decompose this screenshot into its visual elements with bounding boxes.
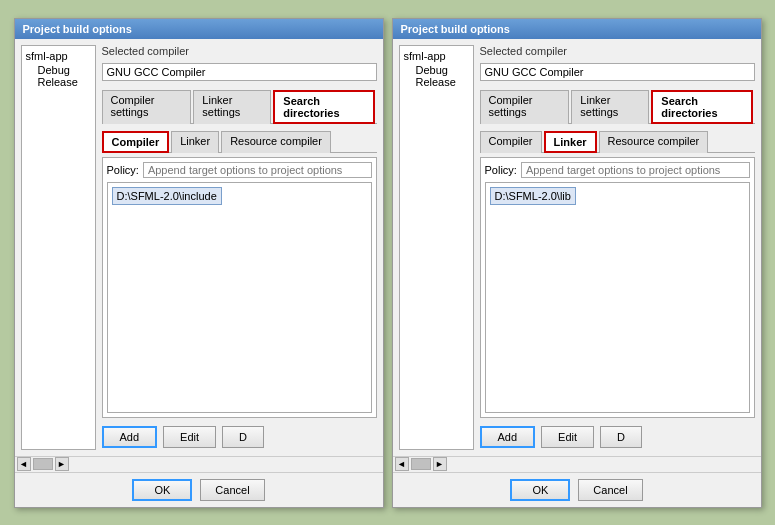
inner-tab-bar-2: Compiler Linker Resource compiler — [480, 130, 755, 153]
compiler-label-1: Selected compiler — [102, 45, 377, 57]
scroll-thumb-2[interactable] — [411, 458, 431, 470]
dialog-2: Project build options sfml-app Debug Rel… — [392, 18, 762, 508]
policy-input-2[interactable] — [521, 162, 750, 178]
ok-button-1[interactable]: OK — [132, 479, 192, 501]
content-area-2: Policy: D:\SFML-2.0\lib — [480, 157, 755, 418]
policy-label-2: Policy: — [485, 164, 517, 176]
tab-compiler-settings-1[interactable]: Compiler settings — [102, 90, 192, 124]
bottom-buttons-1: Add Edit D — [102, 422, 377, 450]
tree-root-2[interactable]: sfml-app — [404, 50, 469, 62]
bottom-buttons-2: Add Edit D — [480, 422, 755, 450]
title-1: Project build options — [23, 23, 132, 35]
tree-debug-1[interactable]: Debug — [26, 64, 91, 76]
right-panel-1: Selected compiler GNU GCC Compiler Compi… — [102, 45, 377, 450]
scroll-left-1[interactable]: ◄ — [17, 457, 31, 471]
scroll-left-2[interactable]: ◄ — [395, 457, 409, 471]
tree-release-1[interactable]: Release — [26, 76, 91, 88]
tab-compiler-inner-1[interactable]: Compiler — [102, 131, 170, 153]
compiler-value-1: GNU GCC Compiler — [102, 63, 377, 81]
dir-item-1[interactable]: D:\SFML-2.0\include — [112, 187, 222, 205]
ok-button-2[interactable]: OK — [510, 479, 570, 501]
dialog-footer-2: OK Cancel — [393, 472, 761, 507]
inner-tab-bar-1: Compiler Linker Resource compiler — [102, 130, 377, 153]
dir-list-1: D:\SFML-2.0\include — [107, 182, 372, 413]
tab-resource-compiler-inner-2[interactable]: Resource compiler — [599, 131, 709, 153]
dialog-body-1: sfml-app Debug Release Selected compiler… — [15, 39, 383, 456]
dialog-1: Project build options sfml-app Debug Rel… — [14, 18, 384, 508]
tab-resource-compiler-inner-1[interactable]: Resource compiler — [221, 131, 331, 153]
edit-button-2[interactable]: Edit — [541, 426, 594, 448]
policy-row-2: Policy: — [485, 162, 750, 178]
add-button-2[interactable]: Add — [480, 426, 536, 448]
tab-search-directories-2[interactable]: Search directories — [651, 90, 752, 124]
tab-compiler-inner-2[interactable]: Compiler — [480, 131, 542, 153]
delete-button-1[interactable]: D — [222, 426, 264, 448]
left-tree-2: sfml-app Debug Release — [399, 45, 474, 450]
scrollbar-1: ◄ ► — [15, 456, 383, 472]
tab-linker-settings-2[interactable]: Linker settings — [571, 90, 649, 124]
tab-linker-inner-2[interactable]: Linker — [544, 131, 597, 153]
cancel-button-2[interactable]: Cancel — [578, 479, 642, 501]
cancel-button-1[interactable]: Cancel — [200, 479, 264, 501]
scroll-right-1[interactable]: ► — [55, 457, 69, 471]
title-2: Project build options — [401, 23, 510, 35]
dialog-body-2: sfml-app Debug Release Selected compiler… — [393, 39, 761, 456]
edit-button-1[interactable]: Edit — [163, 426, 216, 448]
delete-button-2[interactable]: D — [600, 426, 642, 448]
policy-label-1: Policy: — [107, 164, 139, 176]
title-bar-1: Project build options — [15, 19, 383, 39]
content-area-1: Policy: D:\SFML-2.0\include — [102, 157, 377, 418]
tree-release-2[interactable]: Release — [404, 76, 469, 88]
left-tree-1: sfml-app Debug Release — [21, 45, 96, 450]
tab-linker-inner-1[interactable]: Linker — [171, 131, 219, 153]
compiler-label-2: Selected compiler — [480, 45, 755, 57]
right-panel-2: Selected compiler GNU GCC Compiler Compi… — [480, 45, 755, 450]
dir-item-2[interactable]: D:\SFML-2.0\lib — [490, 187, 576, 205]
outer-tab-bar-1: Compiler settings Linker settings Search… — [102, 89, 377, 124]
tree-root-1[interactable]: sfml-app — [26, 50, 91, 62]
dialog-footer-1: OK Cancel — [15, 472, 383, 507]
tree-debug-2[interactable]: Debug — [404, 64, 469, 76]
scroll-thumb-1[interactable] — [33, 458, 53, 470]
compiler-value-2: GNU GCC Compiler — [480, 63, 755, 81]
scroll-right-2[interactable]: ► — [433, 457, 447, 471]
outer-tab-bar-2: Compiler settings Linker settings Search… — [480, 89, 755, 124]
tab-search-directories-1[interactable]: Search directories — [273, 90, 374, 124]
policy-row-1: Policy: — [107, 162, 372, 178]
tab-linker-settings-1[interactable]: Linker settings — [193, 90, 271, 124]
scrollbar-2: ◄ ► — [393, 456, 761, 472]
policy-input-1[interactable] — [143, 162, 372, 178]
dir-list-2: D:\SFML-2.0\lib — [485, 182, 750, 413]
add-button-1[interactable]: Add — [102, 426, 158, 448]
title-bar-2: Project build options — [393, 19, 761, 39]
tab-compiler-settings-2[interactable]: Compiler settings — [480, 90, 570, 124]
